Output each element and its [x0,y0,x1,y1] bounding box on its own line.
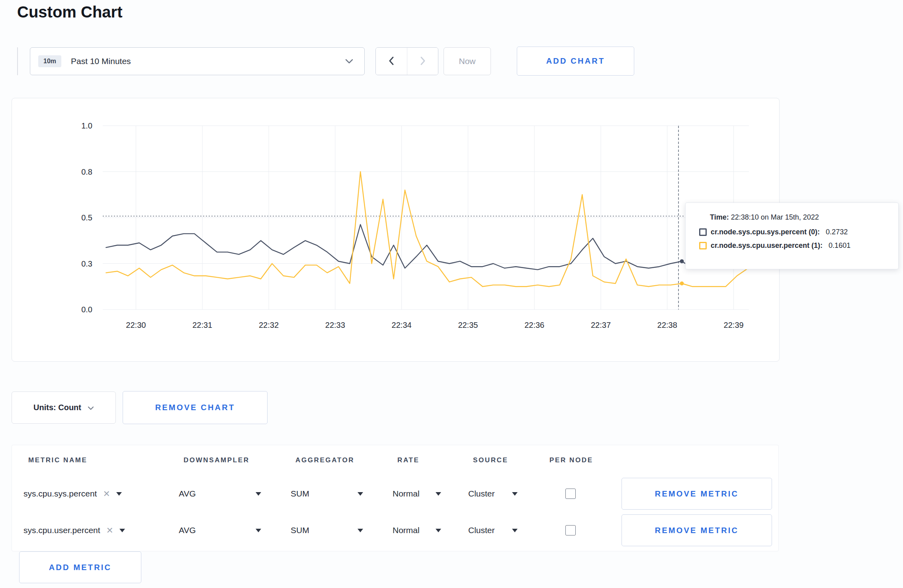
next-range-button[interactable] [407,48,438,75]
caret-down-icon [256,492,261,496]
downsampler-value: AVG [179,526,196,535]
timeseries-chart[interactable]: 0.00.30.50.81.022:3022:3122:3222:3322:34… [12,98,779,361]
per-node-cell [545,525,622,535]
caret-down-icon [512,492,518,496]
tooltip-series-row: cr.node.sys.cpu.sys.percent (0): 0.2732 [699,228,889,236]
metric-row: sys.cpu.sys.percent × AVG SUM Normal Clu… [12,475,778,512]
chevron-left-icon [388,56,395,67]
downsampler-select[interactable]: AVG [179,489,261,498]
per-node-checkbox[interactable] [565,489,576,499]
svg-text:22:30: 22:30 [126,321,146,329]
time-range-nav-group [375,47,438,75]
metric-row: sys.cpu.user.percent × AVG SUM Normal Cl… [12,512,778,549]
chart-card: 0.00.30.50.81.022:3022:3122:3222:3322:34… [12,98,780,362]
tooltip-series-label: cr.node.sys.cpu.user.percent (1): [711,241,823,250]
svg-text:0.3: 0.3 [81,259,92,268]
downsampler-value: AVG [179,489,196,498]
rate-value: Normal [393,489,420,498]
rate-value: Normal [393,526,420,535]
toolbar-divider [17,47,18,75]
caret-down-icon[interactable] [116,492,122,496]
prev-range-button[interactable] [376,48,407,75]
page-title: Custom Chart [17,3,122,21]
rate-select[interactable]: Normal [393,526,441,535]
remove-metric-button[interactable]: REMOVE METRIC [622,514,772,546]
caret-down-icon [512,529,518,532]
column-header-downsampler: DOWNSAMPLER [179,456,291,464]
metric-name-select[interactable]: sys.cpu.user.percent × [23,525,179,536]
svg-text:22:35: 22:35 [458,321,478,329]
remove-metric-button[interactable]: REMOVE METRIC [622,478,772,510]
caret-down-icon [436,529,441,532]
now-button[interactable]: Now [444,47,491,75]
chevron-right-icon [419,56,426,67]
per-node-checkbox[interactable] [565,525,576,535]
actions-cell: REMOVE METRIC [622,514,778,546]
aggregator-select[interactable]: SUM [291,489,363,498]
metric-name-select[interactable]: sys.cpu.sys.percent × [23,488,179,499]
svg-text:0.0: 0.0 [81,305,92,314]
column-header-per-node: PER NODE [545,456,622,464]
time-range-dropdown[interactable]: 10m Past 10 Minutes [30,47,365,75]
add-metric-button[interactable]: ADD METRIC [19,551,141,583]
svg-text:0.8: 0.8 [81,167,92,176]
caret-down-icon [436,492,441,496]
svg-text:22:38: 22:38 [657,321,677,329]
svg-text:1.0: 1.0 [81,121,92,130]
add-chart-button[interactable]: ADD CHART [517,47,634,76]
svg-text:22:33: 22:33 [325,321,345,329]
column-header-metric-name: METRIC NAME [23,456,179,464]
chevron-down-icon [88,403,94,412]
clear-metric-icon[interactable]: × [107,525,113,536]
tooltip-series-value: 0.2732 [826,228,848,236]
tooltip-series-value: 0.1601 [829,241,850,250]
column-header-rate: RATE [393,456,468,464]
aggregator-value: SUM [291,526,309,535]
sys-series-swatch-icon [699,228,707,236]
column-header-aggregator: AGGREGATOR [291,456,393,464]
source-select[interactable]: Cluster [468,489,518,498]
svg-text:22:34: 22:34 [392,321,412,329]
metrics-table-header: METRIC NAME DOWNSAMPLER AGGREGATOR RATE … [12,445,778,475]
clear-metric-icon[interactable]: × [103,488,109,499]
metric-name: sys.cpu.user.percent [23,526,100,535]
caret-down-icon [256,529,261,532]
downsampler-select[interactable]: AVG [179,526,261,535]
column-header-source: SOURCE [468,456,545,464]
per-node-cell [545,489,622,499]
tooltip-series-row: cr.node.sys.cpu.user.percent (1): 0.1601 [699,241,889,250]
tooltip-time-row: Time: 22:38:10 on Mar 15th, 2022 [710,213,889,222]
units-label: Units: Count [33,403,81,412]
svg-text:22:31: 22:31 [192,321,212,329]
time-range-label: Past 10 Minutes [71,56,131,66]
source-value: Cluster [468,526,495,535]
caret-down-icon [358,529,363,532]
caret-down-icon[interactable] [119,529,125,532]
remove-chart-button[interactable]: REMOVE CHART [123,391,268,424]
svg-text:22:39: 22:39 [724,321,744,329]
tooltip-time-label: Time: [710,213,729,221]
user-series-swatch-icon [699,242,707,249]
svg-text:22:32: 22:32 [259,321,279,329]
actions-cell: REMOVE METRIC [622,478,778,510]
chart-tooltip: Time: 22:38:10 on Mar 15th, 2022 cr.node… [685,202,899,269]
rate-select[interactable]: Normal [393,489,441,498]
caret-down-icon [358,492,363,496]
tooltip-time-value: 22:38:10 on Mar 15th, 2022 [731,213,819,221]
aggregator-select[interactable]: SUM [291,526,363,535]
chevron-down-icon [345,59,353,64]
aggregator-value: SUM [291,489,309,498]
source-value: Cluster [468,489,495,498]
tooltip-series-label: cr.node.sys.cpu.sys.percent (0): [711,228,820,236]
units-dropdown[interactable]: Units: Count [12,391,116,424]
svg-text:22:37: 22:37 [591,321,611,329]
svg-text:22:36: 22:36 [524,321,544,329]
svg-text:0.5: 0.5 [81,213,92,222]
source-select[interactable]: Cluster [468,526,518,535]
metric-name: sys.cpu.sys.percent [23,489,97,498]
metrics-table: METRIC NAME DOWNSAMPLER AGGREGATOR RATE … [12,445,779,551]
time-range-badge: 10m [38,55,61,67]
custom-chart-page: Custom Chart 10m Past 10 Minutes Now ADD… [0,0,903,588]
